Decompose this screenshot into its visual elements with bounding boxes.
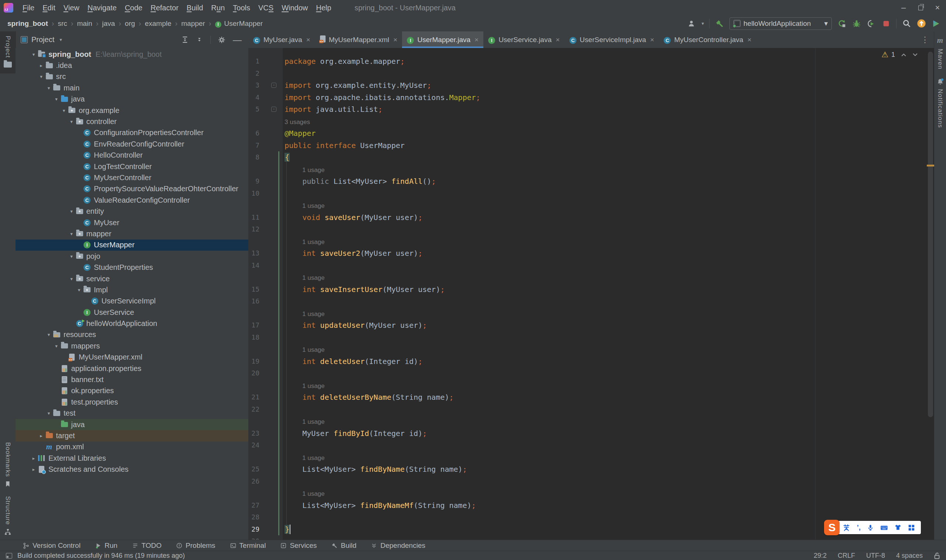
line-number[interactable]: 5 (248, 103, 259, 115)
inlay-usages-hint[interactable]: 1 usage (248, 487, 934, 500)
debug-icon[interactable] (852, 19, 861, 28)
tree-item-service[interactable]: ▾service (15, 273, 248, 284)
tree-item-resources[interactable]: ▾resources (15, 329, 248, 340)
line-number[interactable]: 27 (248, 500, 259, 512)
code-line-6[interactable]: 6@Mapper (248, 127, 934, 140)
tree-item-main[interactable]: ▾main (15, 82, 248, 93)
code-line-3[interactable]: 3-import org.example.entity.MyUser; (248, 79, 934, 92)
code-line-21[interactable]: 21 int deleteUserByName(String name); (248, 391, 934, 403)
close-icon[interactable]: × (556, 36, 560, 44)
line-number[interactable]: 7 (248, 140, 259, 152)
file-encoding[interactable]: UTF-8 (866, 552, 885, 560)
close-icon[interactable]: × (306, 36, 310, 44)
line-number[interactable]: 3 (248, 79, 259, 92)
menu-file[interactable]: File (19, 4, 39, 12)
close-icon[interactable]: × (393, 36, 397, 44)
indent-setting[interactable]: 4 spaces (896, 552, 923, 560)
microphone-icon[interactable] (867, 524, 874, 531)
chevron-down-icon[interactable]: ▾ (52, 343, 60, 349)
code-line-5[interactable]: 5-import java.util.List; (248, 103, 934, 115)
code-line-22[interactable]: 22 (248, 403, 934, 416)
editor-scrollbar[interactable] (928, 52, 933, 417)
skin-icon[interactable] (894, 524, 902, 531)
menu-build[interactable]: Build (182, 4, 207, 12)
toolwindow-button-build[interactable]: Build (324, 540, 364, 551)
menu-tools[interactable]: Tools (229, 4, 254, 12)
line-number[interactable]: 25 (248, 463, 259, 475)
close-icon[interactable]: × (650, 36, 654, 44)
tree-item-idea[interactable]: ▸.idea (15, 60, 248, 71)
menu-help[interactable]: Help (312, 4, 335, 12)
tree-item-test[interactable]: ▾test (15, 408, 248, 419)
toolwindow-button-notifications[interactable]: Notifications (934, 74, 946, 132)
code-line-1[interactable]: 1package org.example.mapper; (248, 55, 934, 68)
chevron-down-icon[interactable]: ▾ (75, 287, 83, 293)
chevron-right-icon[interactable]: ▸ (29, 455, 38, 461)
stop-icon[interactable] (881, 19, 891, 28)
code-line-9[interactable]: 9 public List<MyUser> findAll(); (248, 175, 934, 188)
tree-item-myusermapper-xml[interactable]: <>MyUserMapper.xml (15, 352, 248, 363)
toolwindow-button-maven[interactable]: mMaven (934, 31, 946, 74)
tree-item-pojo[interactable]: ▾pojo (15, 251, 248, 262)
chevron-down-icon[interactable]: ▾ (29, 52, 38, 57)
tree-item-ok-properties[interactable]: ok.properties (15, 385, 248, 397)
code-line-7[interactable]: 7public interface UserMapper (248, 140, 934, 152)
toolwindow-button-version-control[interactable]: Version Control (15, 540, 88, 551)
code-line-19[interactable]: 19 int deleteUser(Integer id); (248, 355, 934, 368)
line-number[interactable]: 1 (248, 55, 259, 68)
line-number[interactable]: 30 (248, 535, 259, 540)
line-number[interactable]: 9 (248, 175, 259, 188)
unlock-icon[interactable] (934, 552, 940, 559)
line-separator[interactable]: CRLF (838, 552, 855, 560)
chevron-down-icon[interactable]: ▾ (68, 276, 76, 282)
breadcrumb-mapper[interactable]: mapper (181, 20, 205, 28)
toolwindow-button-bookmarks[interactable]: Bookmarks (0, 438, 15, 492)
breadcrumb-main[interactable]: main (77, 20, 92, 28)
code-line-17[interactable]: 17 int updateUser(MyUser user); (248, 319, 934, 331)
tree-item-valuereaderconfigcontroller[interactable]: CValueReaderConfigController (15, 195, 248, 206)
tree-item-application-properties[interactable]: application.properties (15, 363, 248, 374)
chevron-down-icon[interactable]: ▾ (60, 108, 68, 113)
breadcrumb-src[interactable]: src (58, 20, 67, 28)
tree-item-org-example[interactable]: ▾org.example (15, 105, 248, 116)
tree-item-envreaderconfigcontroller[interactable]: CEnvReaderConfigController (15, 138, 248, 149)
collapse-all-icon[interactable] (196, 36, 203, 43)
chevron-right-icon[interactable]: ▸ (37, 63, 45, 68)
code-line-8[interactable]: 8{ (248, 151, 934, 163)
tree-item-myusercontroller[interactable]: CMyUserController (15, 172, 248, 183)
toolwindow-button-todo[interactable]: TODO (125, 540, 169, 551)
chevron-down-icon[interactable]: ▾ (37, 74, 45, 79)
tree-item-helloworldapplication[interactable]: C▶helloWorldApplication (15, 318, 248, 329)
menu-edit[interactable]: Edit (39, 4, 59, 12)
tree-item-usermapper[interactable]: IUserMapper (15, 240, 248, 251)
code-line-11[interactable]: 11 void saveUser(MyUser user); (248, 212, 934, 224)
line-number[interactable]: 13 (248, 247, 259, 260)
hide-panel-icon[interactable]: — (233, 38, 242, 42)
tree-item-src[interactable]: ▾src (15, 71, 248, 82)
toolwindow-button-dependencies[interactable]: Dependencies (364, 540, 432, 551)
toolwindow-button-structure[interactable]: Structure (0, 492, 15, 540)
code-line-12[interactable]: 12 (248, 223, 934, 235)
line-number[interactable]: 8 (248, 151, 259, 163)
chevron-right-icon[interactable]: ▸ (37, 433, 45, 438)
code-line-25[interactable]: 25 List<MyUser> findByName(String name); (248, 463, 934, 475)
close-icon[interactable]: × (929, 0, 946, 15)
code-line-4[interactable]: 4import org.apache.ibatis.annotations.Ma… (248, 92, 934, 104)
line-number[interactable]: 11 (248, 212, 259, 224)
code-line-26[interactable]: 26 (248, 475, 934, 488)
menu-view[interactable]: View (60, 4, 83, 12)
inlay-usages-hint[interactable]: 3 usages (248, 115, 934, 128)
minimize-icon[interactable]: – (895, 0, 912, 15)
code-line-15[interactable]: 15 int saveInsertUser(MyUser user); (248, 283, 934, 296)
chevron-down-icon[interactable]: ▾ (68, 231, 76, 237)
breadcrumb-example[interactable]: example (145, 20, 171, 28)
code-line-13[interactable]: 13 int saveUser2(MyUser user); (248, 247, 934, 260)
inlay-usages-hint[interactable]: 1 usage (248, 271, 934, 283)
rerun-icon[interactable] (837, 19, 847, 28)
code-editor[interactable]: 1package org.example.mapper;23-import or… (248, 48, 934, 540)
chevron-down-icon[interactable]: ▾ (45, 332, 53, 337)
line-number[interactable]: 29 (248, 523, 259, 535)
breadcrumb-java[interactable]: java (102, 20, 115, 28)
inlay-usages-hint[interactable]: 1 usage (248, 415, 934, 428)
tab-myusermapper-xml[interactable]: <>MyUserMapper.xml× (315, 31, 403, 48)
